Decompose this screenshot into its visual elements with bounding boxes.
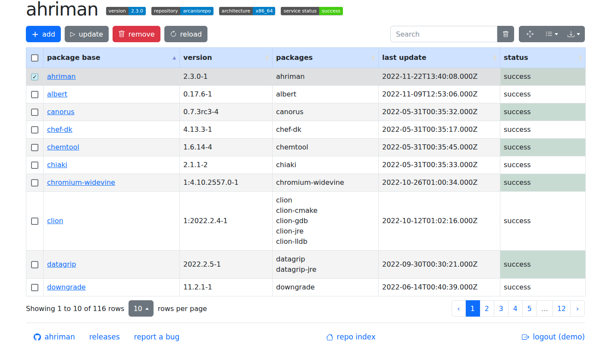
last-update-cell: 2022-05-31T00:35:33.000Z [379,156,500,174]
house-icon [326,333,333,341]
row-checkbox[interactable] [31,218,38,225]
remove-button[interactable]: remove [113,26,160,42]
page-size-dropdown[interactable]: 10 [129,300,153,317]
version-cell: 4.13.3-1 [180,121,273,139]
page-prev-button[interactable]: ‹ [452,300,466,317]
package-base-link[interactable]: clion [47,217,63,225]
column-header-last-update[interactable]: last update ▲▼ [379,48,500,68]
packages-table: package base ▲ version ▲▼ packages ▲▼ la… [26,47,586,296]
package-base-link[interactable]: albert [47,90,67,98]
packages-cell: canorus [273,103,379,121]
search-input[interactable] [390,26,497,42]
releases-link[interactable]: releases [89,333,120,341]
row-select-cell [26,156,44,174]
column-header-status[interactable]: status ▲▼ [500,48,586,68]
status-cell: success [500,192,586,251]
export-dropdown-button[interactable] [563,26,585,42]
row-checkbox[interactable] [31,284,38,291]
page-button[interactable]: 2 [480,300,494,317]
row-select-cell: ✓ [26,68,44,86]
package-base-link[interactable]: ahriman [47,72,76,81]
table-row: chromium-widevine1:4.10.2557.0-1chromium… [26,174,586,192]
pagination: ‹12345…12› [452,300,585,317]
download-icon [568,31,574,37]
github-link[interactable]: ahriman [34,333,75,341]
row-select-cell [26,139,44,156]
row-checkbox[interactable] [31,126,38,134]
update-button[interactable]: ▷ update [65,26,109,42]
reload-button[interactable]: reload [164,26,207,42]
clear-search-button[interactable] [497,26,514,42]
row-checkbox[interactable]: ✓ [31,73,38,81]
package-base-link[interactable]: chef-dk [47,125,72,134]
package-base-link[interactable]: chemtool [47,143,79,151]
table-row: chiaki2.1.1-2chiaki2022-05-31T00:35:33.0… [26,156,586,174]
page-button-active[interactable]: 1 [466,300,480,317]
table-row: downgrade11.2.1-1downgrade2022-06-14T00:… [26,279,586,296]
row-checkbox[interactable] [31,91,38,98]
arrows-move-icon [527,31,534,37]
status-cell: success [500,121,586,139]
action-buttons: + add ▷ update remove reload [26,26,207,42]
status-cell: success [500,68,586,86]
page-button[interactable]: 4 [509,300,523,317]
row-select-cell [26,279,44,296]
status-cell: success [500,251,586,279]
table-row: chemtool1.6.14-4chemtool2022-05-31T00:35… [26,139,586,156]
add-button[interactable]: + add [26,26,61,42]
package-base-link[interactable]: chiaki [47,161,67,169]
trash-icon [118,31,125,37]
page-next-button[interactable]: › [571,300,585,317]
sort-icon: ▲▼ [494,55,496,61]
packages-cell: downgrade [273,279,379,296]
columns-dropdown-button[interactable] [541,26,563,42]
report-bug-link[interactable]: report a bug [134,333,180,341]
package-name: clion-cmake [276,205,375,216]
package-name: chemtool [276,142,375,152]
repo-index-link[interactable]: repo index [326,333,376,341]
trash-icon [502,31,509,37]
page-button[interactable]: 3 [494,300,509,317]
row-select-cell [26,192,44,251]
column-header-package-base[interactable]: package base ▲ [44,48,180,68]
row-checkbox[interactable] [31,144,38,151]
package-name: ahriman [276,72,375,82]
package-base-cell: chromium-widevine [44,174,180,192]
version-cell: 11.2.1-1 [180,279,273,296]
package-base-link[interactable]: downgrade [47,283,86,291]
table-tools [390,26,585,42]
status-cell: success [500,156,586,174]
page-button[interactable]: 5 [523,300,537,317]
row-checkbox[interactable] [31,162,38,169]
column-header-packages[interactable]: packages ▲▼ [273,48,379,68]
package-name: clion-gdb [276,216,375,226]
row-checkbox[interactable] [31,109,38,116]
plus-icon: + [31,30,39,38]
select-all-checkbox[interactable] [31,54,38,62]
package-base-cell: canorus [44,103,180,121]
last-update-cell: 2022-06-14T00:40:39.000Z [379,279,500,296]
bottom-bar: ahriman releases report a bug repo index… [26,323,585,341]
list-icon [546,31,552,37]
package-base-link[interactable]: chromium-widevine [47,178,115,187]
row-checkbox[interactable] [31,179,38,187]
packages-cell: chemtool [273,139,379,156]
last-update-cell: 2022-11-09T12:53:06.000Z [379,86,500,103]
package-name: chef-dk [276,124,375,135]
page-button[interactable]: 12 [553,300,571,317]
fullscreen-button[interactable] [519,26,541,42]
caret-up-icon [145,308,149,310]
table-row: canorus0.7.3rc3-4canorus2022-05-31T00:35… [26,103,586,121]
package-base-link[interactable]: datagrip [47,260,76,268]
logout-link[interactable]: logout (demo) [522,333,585,341]
packages-cell: clionclion-cmakeclion-gdbclion-jreclion-… [273,192,379,251]
version-cell: 1:4.10.2557.0-1 [180,174,273,192]
package-base-link[interactable]: canorus [47,108,75,116]
column-header-version[interactable]: version ▲▼ [180,48,273,68]
status-cell: success [500,103,586,121]
table-row: albert0.17.6-1albert2022-11-09T12:53:06.… [26,86,586,103]
caret-down-icon [555,33,558,35]
packages-cell: chef-dk [273,121,379,139]
row-checkbox[interactable] [31,261,38,268]
version-cell: 2.3.0-1 [180,68,273,86]
